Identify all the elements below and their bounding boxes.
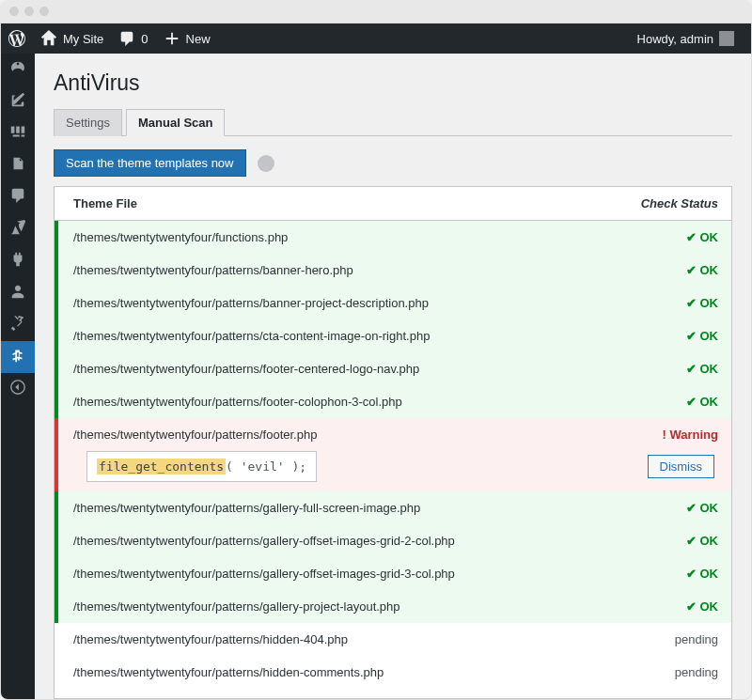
status-label: ✔ OK [615, 263, 718, 277]
window-dot [9, 7, 19, 16]
admin-bar: My Site 0 New Howdy, admin [1, 23, 751, 54]
collapse-icon [9, 379, 26, 399]
comments-link[interactable]: 0 [111, 23, 155, 54]
file-path: /themes/twentytwentyfour/patterns/footer… [73, 428, 615, 442]
table-row: /themes/twentytwentyfour/functions.php✔ … [55, 221, 731, 254]
sidebar-item-antivirus[interactable] [1, 341, 35, 373]
spinner-icon [258, 155, 274, 172]
sidebar-item-posts[interactable] [1, 86, 35, 117]
file-path: /themes/twentytwentyfour/patterns/hidden… [73, 632, 615, 646]
file-path: /themes/twentytwentyfour/patterns/footer… [73, 395, 615, 409]
sidebar-item-appearance[interactable] [1, 213, 35, 245]
file-path: /themes/twentytwentyfour/patterns/galler… [73, 599, 615, 614]
table-row: /themes/twentytwentyfour/patterns/galler… [55, 590, 731, 623]
users-icon [9, 283, 26, 303]
table-row: /themes/twentytwentyfour/patterns/banner… [55, 287, 731, 319]
file-path: /themes/twentytwentyfour/patterns/banner… [73, 263, 615, 277]
table-row: /themes/twentytwentyfour/patterns/galler… [55, 557, 731, 590]
greeting-text: Howdy, admin [637, 32, 713, 46]
table-row: /themes/twentytwentyfour/patterns/galler… [55, 524, 731, 557]
site-name-link[interactable]: My Site [33, 23, 111, 54]
status-label: ✔ OK [615, 230, 718, 244]
warning-detail: file_get_contents( 'evil' );Dismiss [73, 451, 718, 482]
table-row: /themes/twentytwentyfour/patterns/banner… [55, 254, 731, 287]
tab-manual-scan[interactable]: Manual Scan [126, 109, 225, 136]
file-path: /themes/twentytwentyfour/patterns/cta-co… [73, 329, 615, 343]
pages-icon [9, 155, 26, 176]
tab-settings[interactable]: Settings [54, 109, 122, 136]
status-label: ✔ OK [615, 395, 718, 409]
table-row: /themes/twentytwentyfour/patterns/cta-co… [55, 319, 731, 352]
warning-code: file_get_contents( 'evil' ); [86, 451, 317, 482]
table-row: /themes/twentytwentyfour/patterns/galler… [55, 491, 731, 524]
window-dot [24, 7, 34, 16]
status-label: pending [615, 665, 718, 679]
scan-row: Scan the theme templates now [54, 149, 732, 177]
table-header: Theme File Check Status [55, 187, 731, 221]
user-greeting-link[interactable]: Howdy, admin [630, 23, 742, 54]
browser-chrome [0, 0, 752, 23]
wp-logo[interactable] [1, 23, 33, 54]
sidebar-item-collapse[interactable] [1, 373, 35, 405]
status-label: ✔ OK [615, 599, 718, 614]
status-label: ✔ OK [615, 567, 718, 581]
sidebar-item-tools[interactable] [1, 309, 35, 341]
plugins-icon [9, 251, 26, 272]
table-row: /themes/twentytwentyfour/patterns/footer… [55, 418, 731, 491]
wordpress-icon [8, 30, 25, 47]
header-file: Theme File [73, 196, 615, 210]
code-tail: ( 'evil' ); [226, 459, 306, 474]
dashboard-icon [9, 59, 26, 80]
tools-icon [9, 315, 26, 335]
file-path: /themes/twentytwentyfour/patterns/galler… [73, 501, 615, 515]
comments-icon [9, 187, 26, 208]
status-label: ✔ OK [615, 329, 718, 343]
sidebar-item-comments[interactable] [1, 181, 35, 213]
table-row: /themes/twentytwentyfour/patterns/hidden… [55, 656, 731, 689]
sidebar-item-users[interactable] [1, 277, 35, 309]
file-path: /themes/twentytwentyfour/functions.php [73, 230, 615, 244]
app: My Site 0 New Howdy, admin [0, 23, 752, 700]
table-row: /themes/twentytwentyfour/patterns/hidden… [55, 623, 731, 656]
antivirus-icon [9, 347, 26, 367]
scan-results-table: Theme File Check Status /themes/twentytw… [54, 186, 732, 699]
avatar-icon [719, 31, 734, 46]
comment-icon [118, 30, 135, 47]
file-path: /themes/twentytwentyfour/patterns/hidden… [73, 665, 615, 679]
body: AntiVirus SettingsManual Scan Scan the t… [1, 54, 751, 699]
content: AntiVirus SettingsManual Scan Scan the t… [35, 54, 751, 699]
code-highlight: file_get_contents [97, 459, 226, 474]
comments-count: 0 [141, 32, 148, 46]
header-status: Check Status [615, 196, 718, 210]
file-path: /themes/twentytwentyfour/patterns/banner… [73, 296, 615, 310]
sidebar-item-dashboard[interactable] [1, 54, 35, 86]
status-label: ✔ OK [615, 501, 718, 515]
page-title: AntiVirus [54, 70, 732, 96]
table-row: /themes/twentytwentyfour/patterns/footer… [55, 352, 731, 385]
posts-icon [9, 91, 26, 112]
status-label: ✔ OK [615, 296, 718, 310]
sidebar-item-pages[interactable] [1, 149, 35, 181]
home-icon [40, 30, 57, 47]
status-label: ! Warning [615, 428, 718, 442]
admin-sidebar [1, 54, 35, 699]
tabs: SettingsManual Scan [54, 109, 732, 136]
window-dot [39, 7, 49, 16]
file-path: /themes/twentytwentyfour/patterns/galler… [73, 534, 615, 548]
appearance-icon [9, 219, 26, 240]
status-label: ✔ OK [615, 362, 718, 376]
media-icon [9, 123, 26, 144]
file-path: /themes/twentytwentyfour/patterns/galler… [73, 567, 615, 581]
new-content-link[interactable]: New [156, 23, 218, 54]
file-path: /themes/twentytwentyfour/patterns/footer… [73, 362, 615, 376]
sidebar-item-plugins[interactable] [1, 245, 35, 277]
status-label: pending [615, 632, 718, 646]
new-label: New [186, 32, 211, 46]
plus-icon [164, 30, 180, 47]
site-name: My Site [63, 32, 103, 46]
dismiss-button[interactable]: Dismiss [648, 455, 715, 478]
table-body: /themes/twentytwentyfour/functions.php✔ … [55, 221, 731, 698]
scan-button[interactable]: Scan the theme templates now [54, 149, 246, 177]
sidebar-item-media[interactable] [1, 117, 35, 149]
status-label: ✔ OK [615, 534, 718, 548]
